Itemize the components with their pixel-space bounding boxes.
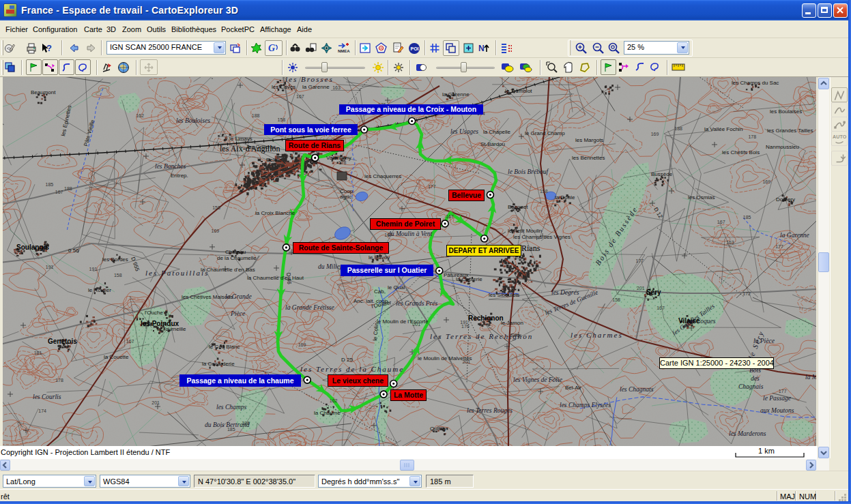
svg-text:les Bordes: les Bordes bbox=[102, 256, 128, 263]
svg-text:le Grand Champ: le Grand Champ bbox=[525, 130, 565, 136]
svg-text:D 46: D 46 bbox=[285, 272, 292, 284]
svg-text:du Moulin à Vent: du Moulin à Vent bbox=[388, 231, 433, 237]
svg-text:G: G bbox=[268, 43, 275, 53]
svg-text:agric.: agric. bbox=[340, 194, 354, 200]
svg-text:169: 169 bbox=[298, 342, 306, 347]
svg-text:les Margots: les Margots bbox=[575, 137, 603, 143]
svg-text:167: 167 bbox=[55, 190, 63, 194]
svg-text:Beaumont: Beaumont bbox=[31, 89, 56, 95]
svg-text:Séry: Séry bbox=[646, 288, 661, 296]
svg-text:les Chagnats: les Chagnats bbox=[620, 386, 654, 393]
svg-text:les Chétifs Bois: les Chétifs Bois bbox=[722, 149, 760, 155]
svg-text:Bacouet: Bacouet bbox=[508, 204, 528, 210]
svg-text:les Champs Elysées: les Champs Elysées bbox=[560, 402, 611, 409]
svg-text:201: 201 bbox=[462, 359, 470, 364]
svg-text:les Champs: les Champs bbox=[216, 404, 246, 411]
svg-text:aux Moutons: aux Moutons bbox=[760, 407, 794, 414]
svg-text:les Vignes de Folie: les Vignes de Folie bbox=[513, 376, 562, 383]
svg-text:le Moulin de l'Escorte: le Moulin de l'Escorte bbox=[377, 318, 429, 325]
svg-text:les Terres Rouges: les Terres Rouges bbox=[467, 407, 513, 414]
svg-text:les Terres de Rechignon: les Terres de Rechignon bbox=[430, 332, 533, 340]
svg-text:Cab.: Cab. bbox=[374, 288, 386, 295]
svg-text:181: 181 bbox=[34, 351, 42, 355]
svg-text:la Garenne: la Garenne bbox=[780, 232, 809, 239]
svg-text:la Garenne: la Garenne bbox=[302, 84, 330, 90]
svg-text:D 25: D 25 bbox=[341, 357, 353, 363]
svg-text:167: 167 bbox=[717, 220, 725, 224]
svg-text:la Couette: la Couette bbox=[104, 354, 129, 360]
svg-text:les Banches: les Banches bbox=[155, 163, 186, 170]
svg-text:178: 178 bbox=[748, 134, 756, 139]
svg-text:167: 167 bbox=[446, 214, 454, 219]
svg-text:AUTO: AUTO bbox=[833, 134, 847, 140]
svg-text:les Boulaises: les Boulaises bbox=[770, 108, 802, 115]
svg-text:les Bennettes: les Bennettes bbox=[572, 155, 605, 161]
svg-text:Rechignon: Rechignon bbox=[468, 314, 504, 322]
svg-text:la Cocarderie: la Cocarderie bbox=[202, 361, 235, 367]
svg-text:les Marderons: les Marderons bbox=[729, 430, 766, 437]
svg-text:les Aix-d'Angillon: les Aix-d'Angillon bbox=[220, 144, 280, 153]
svg-text:201: 201 bbox=[412, 322, 420, 327]
svg-text:la Chaumelle d'en Haut: la Chaumelle d'en Haut bbox=[247, 275, 304, 281]
svg-text:la Grande: la Grande bbox=[225, 293, 252, 300]
svg-text:le Roulier: le Roulier bbox=[88, 287, 111, 293]
svg-text:162: 162 bbox=[136, 113, 144, 118]
svg-text:les Degrés: les Degrés bbox=[551, 289, 579, 296]
svg-text:la Chapelle: la Chapelle bbox=[483, 129, 511, 135]
svg-text:158: 158 bbox=[540, 189, 548, 194]
svg-text:Bel-Air: Bel-Air bbox=[565, 385, 581, 391]
svg-text:169: 169 bbox=[651, 132, 659, 136]
svg-text:les Caves: les Caves bbox=[272, 84, 295, 90]
svg-text:POI: POI bbox=[411, 46, 419, 51]
svg-text:178: 178 bbox=[55, 378, 63, 383]
svg-text:Entrep.: Entrep. bbox=[171, 173, 188, 179]
svg-text:177: 177 bbox=[779, 389, 787, 394]
svg-text:201: 201 bbox=[637, 286, 645, 291]
svg-text:169: 169 bbox=[212, 228, 220, 233]
svg-text:du Milieu: du Milieu bbox=[318, 263, 343, 270]
svg-text:N: N bbox=[478, 44, 485, 53]
svg-text:158: 158 bbox=[114, 273, 122, 278]
svg-text:le Coq Blanc: le Coq Blanc bbox=[209, 344, 240, 350]
svg-text:201: 201 bbox=[152, 400, 160, 405]
svg-text:Genetois: Genetois bbox=[48, 338, 77, 345]
svg-text:le Bois Brébouf: le Bois Brébouf bbox=[508, 168, 549, 175]
svg-text:163: 163 bbox=[726, 240, 734, 245]
svg-text:les Courlis: les Courlis bbox=[33, 394, 61, 400]
svg-text:158: 158 bbox=[278, 117, 286, 122]
svg-text:les Siboulets: les Siboulets bbox=[489, 292, 519, 298]
svg-text:le Quai: le Quai bbox=[388, 284, 405, 291]
svg-text:le Limays: le Limays bbox=[229, 136, 253, 142]
svg-text:174: 174 bbox=[38, 409, 46, 413]
svg-text:la Croix Blanche: la Croix Blanche bbox=[255, 210, 295, 216]
svg-text:191: 191 bbox=[46, 265, 54, 269]
svg-text:le Passage: le Passage bbox=[763, 395, 791, 402]
svg-text:196: 196 bbox=[242, 421, 250, 426]
svg-text:Nanmoussieu: Nanmoussieu bbox=[766, 144, 799, 150]
svg-text:188: 188 bbox=[674, 126, 682, 131]
svg-text:la Grande Frétisse: la Grande Frétisse bbox=[285, 304, 334, 311]
svg-text:169: 169 bbox=[762, 179, 770, 184]
svg-text:les Charmes: les Charmes bbox=[571, 331, 623, 339]
svg-text:l'Ouche: l'Ouche bbox=[145, 310, 163, 316]
svg-text:176: 176 bbox=[461, 324, 470, 329]
svg-text:NMEA: NMEA bbox=[338, 49, 350, 53]
svg-text:167: 167 bbox=[296, 94, 304, 99]
svg-text:Château: Château bbox=[225, 249, 246, 255]
svg-text:le Tremblot: le Tremblot bbox=[505, 88, 532, 94]
svg-text:185: 185 bbox=[227, 427, 235, 432]
svg-text:188: 188 bbox=[64, 186, 72, 191]
svg-text:les Chaquerres: les Chaquerres bbox=[364, 173, 401, 179]
svg-text:la Doule: la Doule bbox=[555, 194, 575, 201]
svg-text:la Chaumelle d'en Bas: la Chaumelle d'en Bas bbox=[201, 267, 255, 273]
svg-text:les Terres de la Chaume: les Terres de la Chaume bbox=[300, 365, 404, 373]
svg-text:177: 177 bbox=[428, 184, 436, 189]
svg-text:les Patouillais: les Patouillais bbox=[145, 269, 209, 277]
svg-text:les Usages: les Usages bbox=[450, 128, 478, 135]
svg-text:177: 177 bbox=[635, 258, 644, 263]
svg-text:167: 167 bbox=[126, 339, 134, 344]
svg-text:le Ravoy: le Ravoy bbox=[369, 254, 390, 261]
svg-text:167: 167 bbox=[657, 306, 665, 310]
svg-text:les Bouloises: les Bouloises bbox=[176, 117, 210, 124]
svg-text:la Vallée Fochin: la Vallée Fochin bbox=[704, 126, 742, 132]
